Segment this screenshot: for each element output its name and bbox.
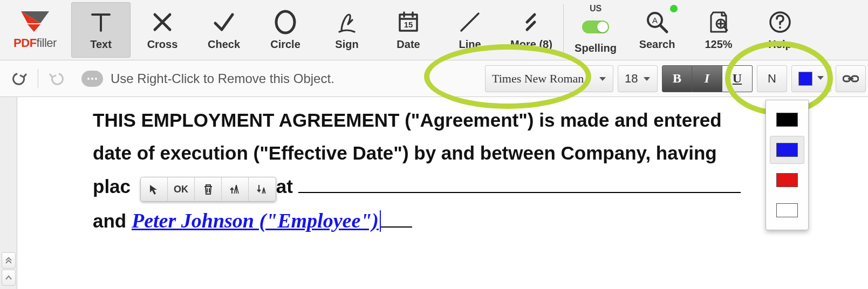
line-tool-label: Line bbox=[459, 38, 481, 51]
move-handle-button[interactable] bbox=[141, 177, 168, 201]
chevron-up-icon bbox=[5, 274, 12, 281]
object-mini-toolbar: OK bbox=[140, 177, 276, 202]
history-divider bbox=[38, 69, 38, 88]
bold-button[interactable]: B bbox=[662, 65, 692, 92]
color-option-black[interactable] bbox=[770, 106, 804, 134]
date-tool-label: Date bbox=[397, 38, 420, 51]
ok-label: OK bbox=[174, 184, 188, 195]
blank-field-extension bbox=[380, 226, 412, 228]
swatch-white-icon bbox=[776, 203, 798, 217]
text-color-button[interactable] bbox=[791, 65, 831, 92]
font-family-value: Times New Roman bbox=[492, 72, 584, 86]
svg-text:A: A bbox=[652, 16, 658, 25]
date-tool-button[interactable]: 15 Date bbox=[378, 0, 439, 60]
swatch-red-icon bbox=[776, 173, 798, 187]
circle-icon bbox=[272, 9, 298, 35]
italic-button[interactable]: I bbox=[692, 65, 722, 92]
hint-bubble-icon bbox=[81, 71, 103, 87]
doc-line-4a: and bbox=[93, 210, 132, 231]
document-area: THIS EMPLOYMENT AGREEMENT ("Agreement") … bbox=[0, 97, 868, 289]
ok-button[interactable]: OK bbox=[168, 177, 195, 201]
color-option-red[interactable] bbox=[770, 166, 804, 194]
redo-icon bbox=[49, 71, 65, 87]
employee-text-field[interactable]: Peter Johnson ("Employee") bbox=[132, 209, 381, 232]
check-icon bbox=[211, 9, 237, 35]
color-picker-panel bbox=[766, 100, 809, 230]
page-gutter bbox=[0, 97, 17, 289]
svg-point-10 bbox=[779, 26, 781, 29]
annotate-tools: Text Cross Check Circle Sign bbox=[70, 0, 562, 60]
line-icon bbox=[457, 9, 483, 35]
sign-icon bbox=[334, 9, 360, 35]
search-icon: A bbox=[644, 9, 670, 35]
spelling-region-label: US bbox=[590, 4, 602, 13]
check-tool-button[interactable]: Check bbox=[193, 0, 255, 60]
underline-button[interactable]: U bbox=[722, 65, 753, 92]
delete-button[interactable] bbox=[195, 177, 222, 201]
more-icon bbox=[518, 9, 544, 35]
cross-tool-button[interactable]: Cross bbox=[132, 0, 193, 60]
link-icon bbox=[843, 73, 859, 85]
scroll-up-button[interactable] bbox=[2, 270, 16, 286]
normal-label: N bbox=[768, 72, 776, 86]
normal-style-button[interactable]: N bbox=[757, 65, 787, 92]
doc-line-1: THIS EMPLOYMENT AGREEMENT ("Agreement") … bbox=[93, 104, 868, 136]
caret-down-icon bbox=[817, 74, 824, 84]
search-button[interactable]: A Search bbox=[626, 0, 688, 60]
app-logo: PDFfiller bbox=[0, 0, 70, 60]
search-indicator-icon bbox=[670, 5, 678, 12]
swatch-blue-icon bbox=[776, 143, 798, 157]
spelling-label: Spelling bbox=[575, 42, 617, 54]
underline-label: U bbox=[733, 71, 742, 86]
text-icon bbox=[88, 9, 114, 35]
doc-line-2: date of execution ("Effective Date") by … bbox=[93, 136, 868, 169]
caret-down-icon bbox=[643, 72, 651, 86]
text-cursor-icon bbox=[380, 210, 381, 232]
increase-size-button[interactable] bbox=[222, 177, 249, 201]
color-option-blue[interactable] bbox=[770, 136, 804, 164]
svg-marker-11 bbox=[599, 77, 606, 81]
more-tool-button[interactable]: More (8) bbox=[501, 0, 562, 60]
utility-tools: US Spelling A Search 125% Help bbox=[565, 0, 811, 60]
spelling-toggle-icon bbox=[582, 13, 609, 39]
line-tool-button[interactable]: Line bbox=[439, 0, 501, 60]
italic-label: I bbox=[705, 71, 709, 86]
svg-marker-13 bbox=[817, 76, 824, 80]
trash-icon bbox=[202, 183, 215, 196]
text-tool-label: Text bbox=[90, 38, 112, 51]
scroll-top-button[interactable] bbox=[2, 252, 16, 269]
link-button[interactable] bbox=[836, 65, 866, 92]
circle-tool-button[interactable]: Circle bbox=[255, 0, 316, 60]
history-controls bbox=[0, 65, 76, 92]
help-label: Help bbox=[768, 38, 791, 51]
font-family-select[interactable]: Times New Roman bbox=[485, 65, 613, 92]
help-icon bbox=[767, 9, 793, 35]
move-cursor-icon bbox=[148, 183, 161, 196]
blank-field-company-address[interactable] bbox=[298, 174, 741, 193]
spelling-button[interactable]: US Spelling bbox=[565, 0, 626, 60]
font-size-value: 18 bbox=[625, 72, 638, 86]
doc-line-3a: plac bbox=[93, 176, 131, 197]
svg-text:15: 15 bbox=[404, 20, 413, 29]
undo-icon bbox=[11, 71, 27, 87]
sign-tool-button[interactable]: Sign bbox=[316, 0, 378, 60]
search-label: Search bbox=[639, 38, 675, 51]
size-down-icon bbox=[256, 183, 269, 196]
help-button[interactable]: Help bbox=[749, 0, 811, 60]
swatch-black-icon bbox=[776, 113, 798, 127]
undo-button[interactable] bbox=[5, 65, 32, 92]
text-style-group: B I U bbox=[662, 65, 753, 92]
cross-icon bbox=[149, 9, 175, 35]
color-option-white[interactable] bbox=[770, 196, 804, 224]
font-size-select[interactable]: 18 bbox=[618, 65, 658, 92]
sign-tool-label: Sign bbox=[335, 38, 358, 51]
decrease-size-button[interactable] bbox=[249, 177, 276, 201]
color-swatch-icon bbox=[798, 72, 812, 86]
svg-marker-2 bbox=[28, 24, 40, 32]
zoom-button[interactable]: 125% bbox=[688, 0, 749, 60]
redo-button[interactable] bbox=[44, 65, 71, 92]
calendar-icon: 15 bbox=[395, 9, 421, 35]
zoom-label: 125% bbox=[705, 38, 732, 51]
text-tool-button[interactable]: Text bbox=[71, 2, 131, 58]
svg-point-3 bbox=[276, 11, 295, 33]
